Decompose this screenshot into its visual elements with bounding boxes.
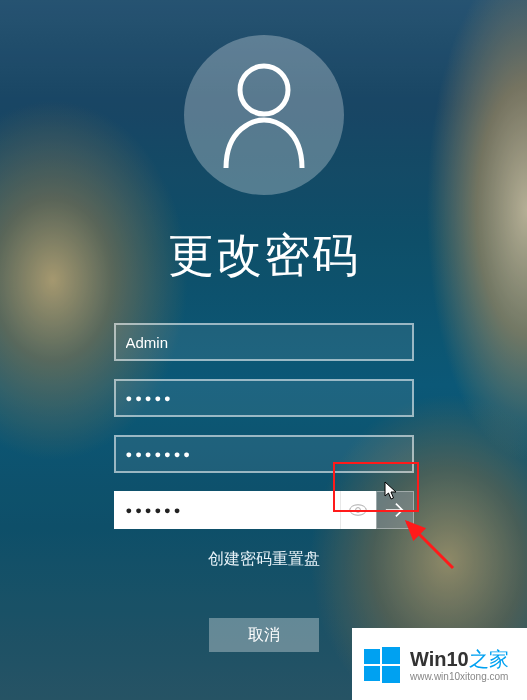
username-row <box>114 323 414 361</box>
watermark-brand: Win10之家 <box>410 648 509 671</box>
new-password-input[interactable] <box>114 435 414 473</box>
watermark-url: www.win10xitong.com <box>410 671 509 683</box>
username-input[interactable] <box>114 323 414 361</box>
page-title: 更改密码 <box>168 225 360 287</box>
svg-point-1 <box>350 505 367 516</box>
svg-rect-6 <box>364 666 380 681</box>
user-icon <box>214 60 314 170</box>
watermark: Win10之家 www.win10xitong.com <box>352 628 527 700</box>
eye-icon <box>349 503 367 517</box>
confirm-password-row: ●●●●●● <box>114 491 414 529</box>
submit-button[interactable] <box>376 491 414 529</box>
reveal-password-button[interactable] <box>340 491 376 529</box>
confirm-password-input[interactable] <box>114 491 340 529</box>
create-reset-disk-link[interactable]: 创建密码重置盘 <box>208 549 320 570</box>
avatar <box>184 35 344 195</box>
old-password-input[interactable] <box>114 379 414 417</box>
svg-rect-5 <box>382 647 400 664</box>
cancel-button[interactable]: 取消 <box>209 618 319 652</box>
svg-rect-7 <box>382 666 400 683</box>
old-password-row: ●●●●● <box>114 379 414 417</box>
windows-logo-icon <box>362 645 402 685</box>
svg-point-2 <box>356 508 361 513</box>
lock-screen-background: 更改密码 ●●●●● ●●●●●●● ●●●●●● <box>0 0 527 700</box>
new-password-row: ●●●●●●● <box>114 435 414 473</box>
svg-rect-4 <box>364 649 380 664</box>
arrow-right-icon <box>384 501 406 519</box>
svg-point-0 <box>240 66 288 114</box>
change-password-panel: 更改密码 ●●●●● ●●●●●●● ●●●●●● <box>0 0 527 700</box>
